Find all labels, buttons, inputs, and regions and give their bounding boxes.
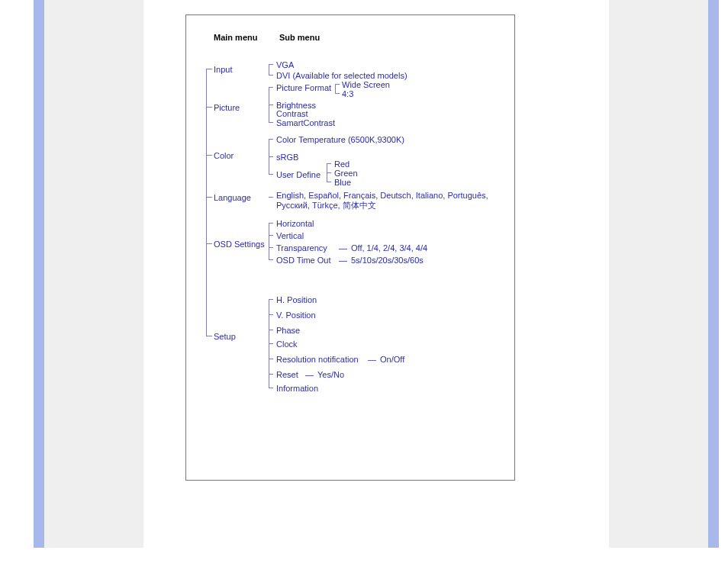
tree-tick: [327, 182, 331, 182]
tree-tick: [206, 69, 212, 69]
setup-resnotif: Resolution notification: [276, 354, 359, 365]
tree-branch: [335, 84, 336, 93]
language-list-2: Русский, Türkçe, 简体中文: [276, 200, 376, 211]
tree-tick: [269, 388, 273, 388]
tree-tick: [206, 197, 212, 198]
menu-language: Language: [214, 192, 251, 203]
header-sub: Sub menu: [279, 32, 320, 43]
input-vga: VGA: [276, 60, 294, 70]
tree-tick: [269, 299, 273, 300]
menu-input: Input: [214, 64, 232, 75]
menu-setup: Setup: [214, 331, 236, 342]
tree-tick: [269, 64, 273, 65]
tree-tick: [269, 197, 273, 198]
setup-info: Information: [276, 383, 318, 394]
tree-tick: [269, 330, 273, 330]
page: Main menu Sub menu Input Picture Color L…: [0, 0, 728, 563]
tree-tick: [269, 156, 273, 157]
tree-tick: [206, 155, 212, 156]
osd-transparency-values: Off, 1/4, 2/4, 3/4, 4/4: [351, 243, 427, 253]
tree-tick: [206, 243, 212, 244]
osd-timeout-values: 5s/10s/20s/30s/60s: [351, 255, 424, 265]
tree-spine: [206, 69, 207, 336]
tree-tick: [335, 84, 340, 85]
dash: —: [305, 369, 314, 380]
setup-resnotif-values: On/Off: [380, 354, 404, 365]
picture-smart: SamartContrast: [276, 117, 335, 128]
color-blue: Blue: [334, 177, 351, 188]
dash: —: [368, 354, 376, 365]
color-srgb: sRGB: [276, 152, 298, 162]
menu-color: Color: [214, 150, 234, 161]
decorative-bar-left: [34, 0, 44, 548]
menu-osd: OSD Settings: [214, 239, 265, 249]
tree-tick: [269, 87, 273, 88]
setup-hpos: H. Position: [276, 294, 317, 305]
tree-tick: [327, 172, 331, 173]
setup-reset-values: Yes/No: [317, 369, 344, 380]
tree-tick: [269, 359, 273, 359]
tree-tick: [269, 259, 273, 260]
osd-horizontal: Horizontal: [276, 218, 314, 229]
osd-vertical: Vertical: [276, 230, 304, 241]
tree-tick: [327, 163, 331, 164]
tree-tick: [269, 235, 273, 236]
tree-tick: [269, 122, 273, 123]
tree-tick: [269, 174, 273, 175]
decorative-bar-right: [708, 0, 719, 548]
picture-format: Picture Format: [276, 82, 331, 93]
tree-tick: [269, 75, 273, 76]
menu-picture: Picture: [214, 102, 240, 113]
language-list-1: English, Español, Français, Deutsch, Ita…: [276, 190, 488, 201]
osd-menu-panel: Main menu Sub menu Input Picture Color L…: [185, 14, 515, 481]
tree-tick: [206, 336, 212, 336]
color-user: User Define: [276, 169, 321, 180]
setup-reset: Reset: [276, 369, 298, 380]
dash: —: [339, 255, 347, 265]
tree-tick: [269, 374, 273, 375]
dash: —: [339, 243, 347, 253]
tree-tick: [269, 343, 273, 344]
tree-branch: [269, 64, 269, 75]
tree-tick: [269, 314, 273, 315]
color-temp: Color Temperature (6500K,9300K): [276, 134, 404, 145]
page-margin-right: [609, 0, 708, 548]
picture-format-43: 4:3: [342, 88, 353, 99]
osd-timeout: OSD Time Out: [276, 255, 331, 265]
setup-phase: Phase: [276, 325, 300, 336]
setup-vpos: V. Position: [276, 310, 316, 320]
tree-tick: [269, 105, 273, 105]
setup-clock: Clock: [276, 339, 298, 349]
page-margin-left: [44, 0, 143, 548]
osd-transparency: Transparency: [276, 243, 327, 253]
tree-branch: [269, 223, 269, 259]
header-main: Main menu: [214, 32, 257, 43]
tree-tick: [269, 247, 273, 248]
tree-tick: [335, 93, 340, 94]
tree-tick: [269, 139, 273, 140]
tree-tick: [269, 223, 273, 224]
tree-tick: [206, 107, 212, 108]
